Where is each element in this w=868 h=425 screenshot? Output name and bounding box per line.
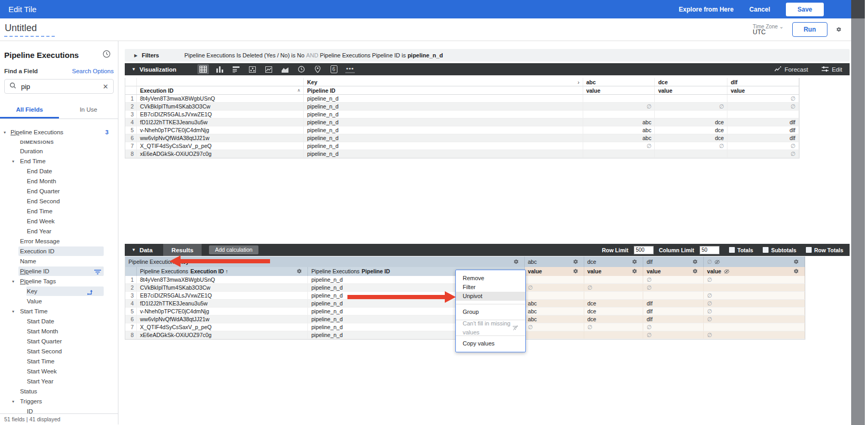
tree-caret-icon[interactable]: ▾ [12,156,14,166]
pivot-col-dlf[interactable]: dlf [643,256,704,267]
value-hidden-header[interactable]: value [704,267,805,276]
gear-icon[interactable] [632,259,640,265]
table-report-icon[interactable] [230,64,242,74]
pivot-col-null[interactable]: ∅ [704,256,805,267]
tree-caret-icon[interactable]: ▾ [12,276,14,286]
edit-viz-button[interactable]: Edit [822,66,842,73]
value-header[interactable]: value [584,267,644,276]
gear-icon[interactable] [573,259,581,265]
field-item-start-date[interactable]: Start Date [0,317,118,327]
column-limit-input[interactable] [700,246,720,254]
gear-icon[interactable] [296,269,304,274]
cancel-button[interactable]: Cancel [750,6,770,13]
field-item-end-time[interactable]: ▾End Time [0,156,118,166]
field-item-end-quarter[interactable]: End Quarter [0,186,118,196]
more-icon[interactable]: ••• [344,64,356,74]
field-item-start-time[interactable]: Start Time [0,357,118,367]
gear-icon[interactable] [692,269,700,274]
field-item-duration[interactable]: Duration [0,146,118,156]
field-item-value[interactable]: Value [0,296,118,307]
subtotals-checkbox[interactable]: Subtotals [763,247,796,253]
clear-search-icon[interactable]: ✕ [103,83,108,91]
run-button[interactable]: Run [792,22,827,37]
field-item-key[interactable]: Key [0,286,118,296]
field-item-triggers[interactable]: ▾Triggers [0,397,118,407]
field-item-start-year[interactable]: Start Year [0,377,118,387]
gear-icon[interactable] [573,269,581,274]
pipeline-id-header[interactable]: Pipeline ID [304,86,583,94]
tab-data[interactable]: Data [139,247,153,253]
single-value-icon[interactable]: 6 [328,64,340,74]
scatter-icon[interactable] [246,64,258,74]
value-header[interactable]: value [643,267,704,276]
execution-id-header[interactable]: Execution ID∧ [137,86,304,94]
settings-gear-icon[interactable] [836,27,844,33]
tree-caret-icon[interactable]: ▾ [4,127,6,137]
line-chart-icon[interactable] [263,64,274,74]
field-item-status[interactable]: Status [0,387,118,397]
expand-filters-icon[interactable]: ▶ [134,53,137,58]
gear-icon[interactable] [793,259,801,265]
field-item-start-quarter[interactable]: Start Quarter [0,337,118,347]
gear-icon[interactable] [632,269,640,274]
field-search-input[interactable]: pip ✕ [4,79,114,94]
pivot-col-dce[interactable]: dce [584,256,644,267]
field-item-start-second[interactable]: Start Second [0,347,118,357]
forecast-button[interactable]: Forecast [774,66,808,73]
collapse-visualization-icon[interactable]: ▼ [132,67,136,72]
menu-item-unpivot[interactable]: Unpivot [456,292,525,301]
menu-item-filter[interactable]: Filter [456,283,525,292]
pivot-col-abc[interactable]: abc [525,256,584,267]
value-header[interactable]: value [655,86,727,94]
expand-pivot-icon[interactable]: › [577,78,580,86]
field-item-start-time[interactable]: ▾Start Time [0,307,118,317]
menu-item-copy-values[interactable]: Copy values [456,339,525,348]
search-options-link[interactable]: Search Options [72,68,114,74]
value-header[interactable]: value [525,267,584,276]
timezone-selector[interactable]: Time Zone ⌄ UTC [753,24,784,35]
gear-icon[interactable] [513,259,521,265]
map-pin-icon[interactable] [312,64,323,74]
table-icon[interactable] [197,64,209,74]
field-item-end-year[interactable]: End Year [0,226,118,236]
row-limit-input[interactable] [634,246,654,254]
gear-icon[interactable] [692,259,700,265]
field-item-start-week[interactable]: Start Week [0,367,118,377]
pivot-col-dlf[interactable]: dlf [727,78,799,86]
tab-results[interactable]: Results [163,244,202,256]
tile-title-input[interactable]: Untitled [4,23,55,37]
field-item-end-month[interactable]: End Month [0,176,118,186]
tree-caret-icon[interactable]: ▾ [12,307,14,317]
explore-from-here-link[interactable]: Explore from Here [679,6,734,13]
pivot-col-dce[interactable]: dce [655,78,727,86]
tab-in-use[interactable]: In Use [59,103,118,118]
field-item-name[interactable]: Name [0,256,118,266]
bar-chart-icon[interactable] [214,64,225,74]
field-item-execution-id[interactable]: Execution ID [0,246,118,256]
tab-all-fields[interactable]: All Fields [0,103,59,118]
field-item-end-date[interactable]: End Date [0,166,118,176]
gear-icon[interactable] [793,269,801,274]
field-item-end-week[interactable]: End Week [0,216,118,226]
save-button[interactable]: Save [786,3,824,16]
clock-icon[interactable] [295,64,307,74]
row-totals-checkbox[interactable]: Row Totals [806,247,843,253]
field-item-error-message[interactable]: Error Message [0,236,118,246]
value-header[interactable]: value [727,86,799,94]
field-item-pipeline-tags[interactable]: ▾Pipeline Tags [0,276,118,286]
totals-checkbox[interactable]: Totals [729,247,753,253]
pivot-col-abc[interactable]: abc [583,78,655,86]
field-item-pipeline-executions[interactable]: ▾Pipeline Executions3 [0,127,118,137]
area-chart-icon[interactable] [279,64,291,74]
history-clock-icon[interactable] [103,50,111,60]
value-header[interactable]: value [583,86,655,94]
field-item-pipeline-id[interactable]: Pipeline ID [0,266,118,276]
field-item-end-time[interactable]: End Time [0,206,118,216]
collapse-data-icon[interactable]: ▼ [132,248,136,252]
menu-item-remove[interactable]: Remove [456,274,525,283]
add-calculation-button[interactable]: Add calculation [209,245,258,254]
tree-caret-icon[interactable]: ▾ [12,397,14,407]
execution-id-header[interactable]: Pipeline ExecutionsExecution ID ↑ [137,267,308,276]
filters-bar[interactable]: ▶ Filters Pipeline Executions Is Deleted… [125,49,850,62]
menu-item-group[interactable]: Group [456,308,525,317]
